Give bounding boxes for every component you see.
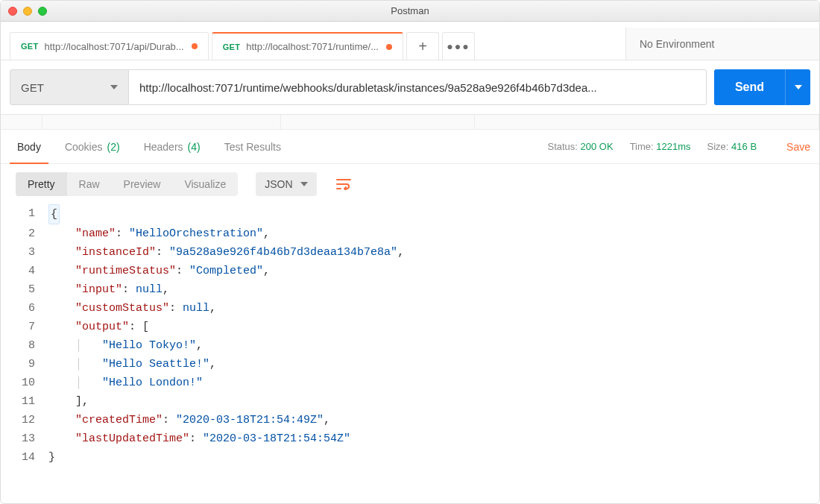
request-tab-label: http://localhost:7071/runtime/...	[246, 41, 379, 52]
tab-options-button[interactable]: ●●●	[442, 32, 475, 60]
request-subtabs-stub	[1, 115, 819, 130]
view-mode-visualize[interactable]: Visualize	[172, 172, 238, 196]
time-meta: Time: 1221ms	[630, 141, 691, 152]
request-url-value: http://localhost:7071/runtime/webhooks/d…	[139, 81, 597, 94]
code-line: 9 │ "Hello Seattle!",	[16, 355, 804, 374]
chevron-down-icon	[795, 85, 802, 89]
unsaved-dot-icon	[192, 43, 198, 49]
line-wrap-button[interactable]	[330, 171, 357, 197]
code-line: 5 "input": null,	[16, 280, 804, 299]
response-meta: Status: 200 OK Time: 1221ms Size: 416 B …	[547, 141, 810, 153]
size-meta: Size: 416 B	[707, 141, 757, 152]
code-line: 14}	[16, 448, 804, 467]
plus-icon: +	[418, 38, 427, 55]
code-line: 11 ],	[16, 392, 804, 411]
chevron-down-icon	[110, 85, 118, 89]
request-tabs-bar: GET http://localhost:7071/api/Durab... G…	[1, 28, 819, 60]
unsaved-dot-icon	[386, 44, 392, 50]
view-mode-preview[interactable]: Preview	[112, 172, 173, 196]
code-line: 6 "customStatus": null,	[16, 299, 804, 318]
response-tab-body[interactable]: Body	[10, 130, 48, 163]
http-method-select[interactable]: GET	[10, 69, 129, 105]
send-button-label: Send	[714, 81, 785, 94]
body-view-options: Pretty Raw Preview Visualize JSON	[1, 164, 819, 204]
http-method-value: GET	[21, 81, 44, 94]
save-response-button[interactable]: Save	[786, 141, 810, 153]
code-line: 8 │ "Hello Tokyo!",	[16, 336, 804, 355]
code-line: 2 "name": "HelloOrchestration",	[16, 224, 804, 243]
chevron-down-icon	[300, 182, 308, 186]
code-line: 13 "lastUpdatedTime": "2020-03-18T21:54:…	[16, 429, 804, 448]
send-options-button[interactable]	[785, 69, 810, 105]
request-tab-method: GET	[223, 42, 241, 51]
window-titlebar: Postman	[1, 1, 819, 22]
code-line: 3 "instanceId": "9a528a9e926f4b46b7d3dea…	[16, 243, 804, 262]
status-meta: Status: 200 OK	[547, 141, 613, 152]
send-button[interactable]: Send	[714, 69, 810, 105]
ellipsis-icon: ●●●	[447, 40, 470, 52]
request-url-input[interactable]: http://localhost:7071/runtime/webhooks/d…	[129, 69, 707, 105]
environment-selector[interactable]: No Environment	[625, 28, 819, 60]
response-body-viewer[interactable]: 1{2 "name": "HelloOrchestration",3 "inst…	[1, 204, 819, 482]
response-tab-test-results[interactable]: Test Results	[217, 130, 288, 163]
wrap-icon	[336, 178, 351, 190]
request-line: GET http://localhost:7071/runtime/webhoo…	[1, 60, 819, 115]
request-tab-label: http://localhost:7071/api/Durab...	[45, 41, 184, 52]
response-tab-headers[interactable]: Headers(4)	[136, 130, 208, 163]
code-line: 10 │ "Hello London!"	[16, 374, 804, 392]
view-mode-raw[interactable]: Raw	[67, 172, 112, 196]
view-mode-group: Pretty Raw Preview Visualize	[16, 172, 238, 196]
request-tab-1[interactable]: GET http://localhost:7071/runtime/...	[212, 32, 403, 60]
request-tab-method: GET	[21, 42, 39, 51]
window-title: Postman	[1, 5, 819, 16]
request-tab-0[interactable]: GET http://localhost:7071/api/Durab...	[10, 32, 209, 60]
new-tab-button[interactable]: +	[406, 32, 439, 60]
code-line: 1{	[16, 204, 804, 224]
body-format-select[interactable]: JSON	[256, 172, 316, 196]
environment-label: No Environment	[640, 38, 714, 50]
view-mode-pretty[interactable]: Pretty	[16, 172, 67, 196]
code-line: 4 "runtimeStatus": "Completed",	[16, 262, 804, 280]
code-line: 7 "output": [	[16, 318, 804, 336]
code-line: 12 "createdTime": "2020-03-18T21:54:49Z"…	[16, 411, 804, 429]
response-tab-cookies[interactable]: Cookies(2)	[57, 130, 127, 163]
response-tabs: Body Cookies(2) Headers(4) Test Results …	[1, 130, 819, 164]
